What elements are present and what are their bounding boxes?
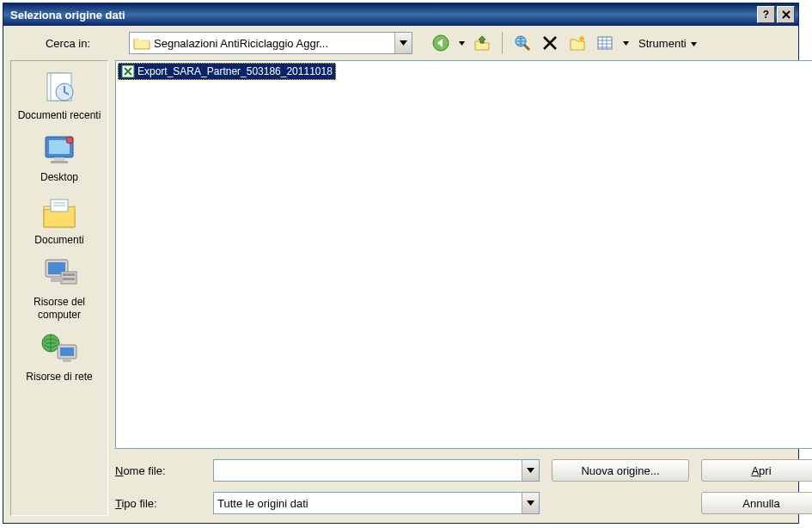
filename-combo[interactable]	[213, 459, 540, 482]
network-icon	[39, 331, 80, 367]
back-button[interactable]	[430, 32, 452, 54]
folder-icon	[133, 35, 150, 51]
file-open-dialog: Seleziona origine dati ? Cerca in: Segna…	[3, 3, 799, 524]
svg-rect-21	[60, 347, 74, 356]
filetype-combo[interactable]: Tutte le origini dati	[213, 492, 540, 514]
filetype-text: Tutte le origini dati	[214, 497, 522, 510]
places-network[interactable]: Risorse di rete	[11, 328, 107, 386]
file-name: Export_SARA_Partner_503186_20111018	[137, 65, 333, 77]
places-bar: Documenti recenti Desktop Documenti Riso…	[10, 60, 108, 516]
svg-rect-9	[54, 157, 64, 161]
up-one-level-button[interactable]	[471, 32, 493, 54]
back-dropdown[interactable]	[457, 41, 466, 46]
open-button[interactable]: Apri	[701, 459, 812, 482]
dialog-title: Seleziona origine dati	[7, 9, 755, 21]
filetype-label: Tipo file:	[115, 497, 201, 510]
file-item-selected[interactable]: Export_SARA_Partner_503186_20111018	[118, 63, 336, 80]
cancel-button[interactable]: Annulla	[701, 492, 812, 514]
svg-rect-10	[51, 161, 68, 163]
svg-point-11	[66, 137, 73, 144]
recent-documents-icon	[39, 70, 80, 106]
filename-label: Nome file:	[115, 464, 201, 477]
new-folder-button[interactable]	[566, 32, 589, 54]
bottom-controls: Nome file: Nuova origine... Apri Tipo fi…	[115, 449, 812, 516]
places-label: Documenti recenti	[13, 109, 106, 121]
toolbar: Cerca in: Segnalazioni AntiRiciclaggio A…	[3, 26, 798, 60]
places-label: Desktop	[13, 171, 106, 183]
look-in-text: Segnalazioni AntiRiciclaggio Aggr...	[154, 37, 394, 50]
new-source-button[interactable]: Nuova origine...	[552, 459, 689, 482]
documents-icon	[39, 194, 80, 230]
filename-dropdown-button[interactable]	[522, 460, 539, 481]
desktop-icon	[39, 132, 80, 168]
svg-rect-18	[51, 277, 63, 282]
search-web-button[interactable]	[511, 32, 534, 54]
titlebar: Seleziona origine dati ?	[3, 3, 798, 26]
svg-rect-17	[63, 278, 75, 280]
filetype-dropdown-button[interactable]	[522, 493, 539, 513]
places-my-computer[interactable]: Risorse del computer	[11, 253, 107, 324]
delete-button[interactable]	[539, 32, 561, 54]
places-label: Documenti	[13, 234, 106, 246]
tools-menu[interactable]: Strumenti	[635, 37, 700, 50]
look-in-combo[interactable]: Segnalazioni AntiRiciclaggio Aggr...	[129, 32, 412, 54]
places-label: Risorse di rete	[13, 371, 106, 383]
close-button[interactable]	[777, 6, 795, 23]
places-desktop[interactable]: Desktop	[11, 128, 107, 187]
separator	[502, 32, 503, 54]
places-label: Risorse del computer	[13, 296, 106, 321]
dialog-body: Documenti recenti Desktop Documenti Riso…	[3, 60, 798, 523]
views-dropdown[interactable]	[621, 41, 630, 46]
right-panel: Export_SARA_Partner_503186_20111018 Nome…	[115, 60, 812, 516]
look-in-label: Cerca in:	[12, 37, 124, 50]
places-recent-documents[interactable]: Documenti recenti	[11, 66, 107, 125]
help-button[interactable]: ?	[757, 6, 775, 23]
look-in-dropdown-button[interactable]	[394, 33, 412, 53]
svg-rect-16	[63, 273, 75, 276]
places-documents[interactable]: Documenti	[11, 191, 107, 249]
file-list[interactable]: Export_SARA_Partner_503186_20111018	[115, 60, 812, 449]
excel-file-icon	[121, 64, 135, 78]
computer-icon	[39, 256, 80, 292]
views-button[interactable]	[594, 32, 616, 54]
svg-rect-22	[63, 359, 71, 362]
